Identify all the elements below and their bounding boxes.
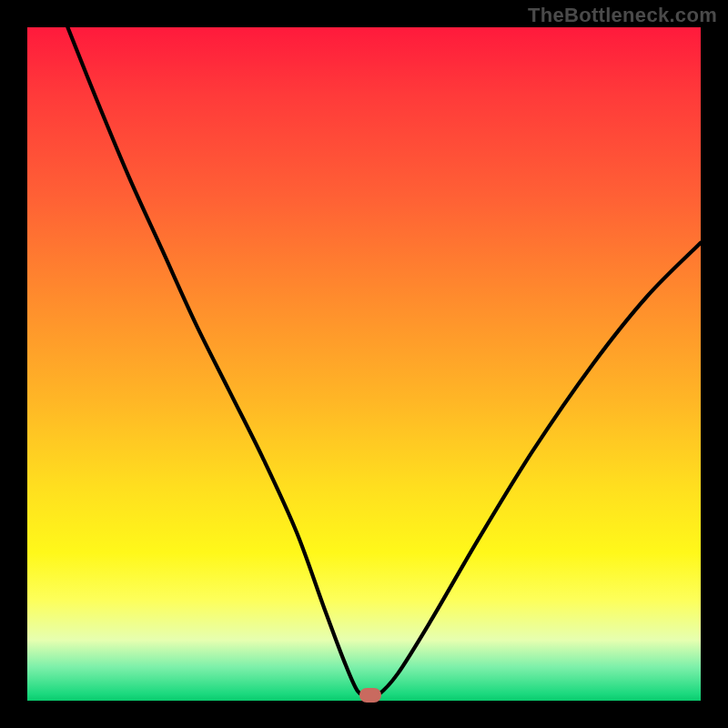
plot-area: [27, 27, 701, 701]
bottleneck-curve: [27, 27, 701, 701]
watermark-text: TheBottleneck.com: [528, 4, 717, 27]
optimal-marker: [359, 688, 381, 703]
chart-frame: TheBottleneck.com: [0, 0, 728, 728]
